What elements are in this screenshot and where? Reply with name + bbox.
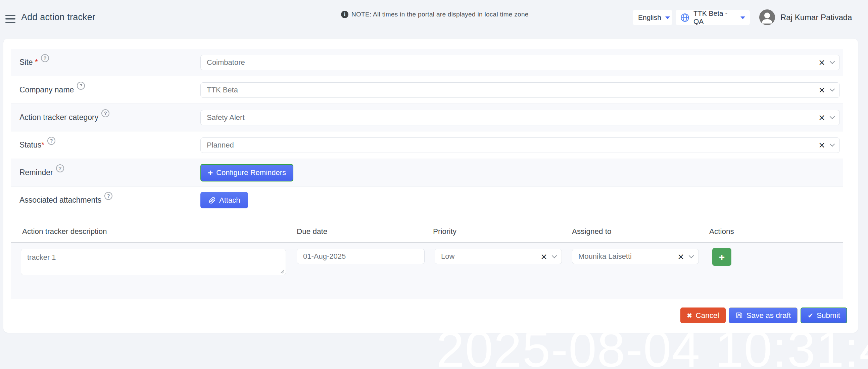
- submit-button[interactable]: ✔ Submit: [801, 308, 847, 323]
- category-select-value: Safety Alert: [207, 113, 818, 122]
- globe-icon: [680, 13, 689, 22]
- site-select-value: Coimbatore: [207, 58, 818, 67]
- check-icon: ✔: [808, 312, 813, 320]
- company-select[interactable]: TTK Beta ×: [200, 82, 840, 98]
- due-date-value: 01-Aug-2025: [303, 252, 346, 261]
- form-row-status: Status* ? Planned ×: [11, 132, 843, 159]
- column-header-assigned-to: Assigned to: [572, 227, 612, 236]
- help-icon[interactable]: ?: [56, 164, 64, 172]
- site-label: Site * ?: [11, 58, 200, 67]
- tracker-table: Action tracker description Due date Prio…: [11, 222, 843, 299]
- help-icon[interactable]: ?: [101, 109, 110, 117]
- top-header-bar: Add action tracker i NOTE: All times in …: [0, 0, 868, 35]
- chevron-down-icon[interactable]: [830, 114, 835, 119]
- clear-icon[interactable]: ×: [818, 86, 825, 94]
- site-select[interactable]: Coimbatore ×: [200, 55, 840, 70]
- chevron-down-icon: [740, 17, 745, 19]
- tenant-dropdown-value: TTK Beta - QA: [693, 9, 737, 26]
- help-icon[interactable]: ?: [47, 137, 55, 145]
- attach-button[interactable]: Attach: [200, 192, 248, 208]
- user-avatar[interactable]: [759, 9, 775, 25]
- table-row: tracker 1 01-Aug-2025 Low × Mounika Lais…: [11, 243, 843, 299]
- floppy-disk-icon: [736, 312, 743, 319]
- category-select[interactable]: Safety Alert ×: [200, 110, 840, 125]
- x-icon: ✖: [687, 312, 692, 320]
- language-dropdown-value: English: [638, 13, 661, 22]
- help-icon[interactable]: ?: [104, 192, 113, 200]
- hamburger-menu-icon[interactable]: [5, 15, 16, 23]
- form-row-reminder: Reminder ? + Configure Reminders: [11, 159, 843, 187]
- reminder-label: Reminder ?: [11, 168, 200, 177]
- paperclip-icon: [209, 197, 216, 204]
- company-label: Company name ?: [11, 85, 200, 94]
- clear-icon[interactable]: ×: [677, 252, 684, 261]
- configure-reminders-button[interactable]: + Configure Reminders: [200, 164, 293, 181]
- chevron-down-icon[interactable]: [830, 141, 835, 147]
- timezone-note-text: NOTE: All times in the portal are displa…: [351, 11, 529, 18]
- description-textarea[interactable]: tracker 1: [21, 249, 286, 275]
- chevron-down-icon: [665, 17, 670, 19]
- add-row-button[interactable]: +: [712, 248, 732, 266]
- page-title: Add action tracker: [21, 12, 95, 23]
- timezone-note: i NOTE: All times in the portal are disp…: [341, 11, 529, 18]
- column-header-priority: Priority: [433, 227, 457, 236]
- assigned-to-select[interactable]: Mounika Laisetti ×: [572, 249, 699, 264]
- column-header-description: Action tracker description: [22, 227, 107, 236]
- chevron-down-icon[interactable]: [552, 253, 557, 258]
- language-dropdown[interactable]: English: [633, 10, 672, 25]
- due-date-input[interactable]: 01-Aug-2025: [297, 249, 425, 264]
- tracker-table-header: Action tracker description Due date Prio…: [11, 222, 843, 243]
- footer-actions: ✖ Cancel Save as draft ✔ Submit: [680, 308, 847, 323]
- category-label: Action tracker category ?: [11, 113, 200, 122]
- status-label: Status* ?: [11, 140, 200, 149]
- column-header-actions: Actions: [709, 227, 734, 236]
- form-row-site: Site * ? Coimbatore ×: [11, 49, 843, 76]
- form-card: Site * ? Coimbatore × Company name ? TTK…: [3, 39, 858, 333]
- attachments-label: Associated attachments ?: [11, 196, 200, 205]
- clear-icon[interactable]: ×: [818, 113, 825, 122]
- plus-icon: +: [208, 168, 213, 177]
- clear-icon[interactable]: ×: [818, 141, 825, 149]
- chevron-down-icon[interactable]: [830, 86, 835, 92]
- priority-select[interactable]: Low ×: [435, 249, 562, 264]
- status-select-value: Planned: [207, 141, 818, 149]
- chevron-down-icon[interactable]: [830, 59, 835, 64]
- help-icon[interactable]: ?: [77, 82, 85, 90]
- resize-handle-icon[interactable]: [279, 268, 284, 274]
- company-select-value: TTK Beta: [207, 86, 818, 94]
- info-icon: i: [341, 11, 348, 18]
- required-asterisk: *: [41, 140, 44, 149]
- form-row-company: Company name ? TTK Beta ×: [11, 76, 843, 104]
- form-row-attachments: Associated attachments ? Attach: [11, 187, 843, 214]
- chevron-down-icon[interactable]: [689, 253, 694, 258]
- save-as-draft-button[interactable]: Save as draft: [729, 308, 798, 323]
- column-header-due-date: Due date: [297, 227, 327, 236]
- priority-select-value: Low: [441, 252, 540, 261]
- status-select[interactable]: Planned ×: [200, 138, 840, 153]
- help-icon[interactable]: ?: [41, 54, 49, 62]
- user-name: Raj Kumar Pativada: [780, 13, 852, 22]
- cancel-button[interactable]: ✖ Cancel: [680, 308, 726, 323]
- clear-icon[interactable]: ×: [540, 252, 548, 261]
- form-rows: Site * ? Coimbatore × Company name ? TTK…: [11, 49, 843, 214]
- assigned-to-select-value: Mounika Laisetti: [578, 252, 677, 261]
- form-row-category: Action tracker category ? Safety Alert ×: [11, 104, 843, 132]
- plus-icon: +: [719, 251, 725, 263]
- tenant-dropdown[interactable]: TTK Beta - QA: [676, 10, 750, 25]
- required-asterisk: *: [33, 58, 38, 67]
- clear-icon[interactable]: ×: [818, 58, 825, 66]
